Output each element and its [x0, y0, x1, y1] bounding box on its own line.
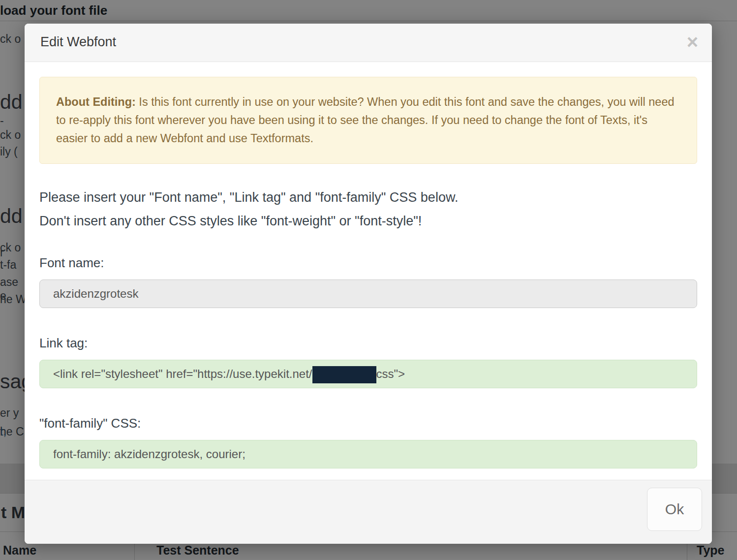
redaction-box — [312, 366, 376, 383]
modal-title: Edit Webfont — [40, 34, 116, 50]
instructions: Please insert your "Font name", "Link ta… — [39, 186, 697, 233]
link-tag-text-before: <link rel="stylesheet" href="https://use… — [53, 367, 312, 380]
link-tag-label: Link tag: — [39, 335, 697, 351]
modal-footer: Ok — [25, 480, 712, 544]
page: load your font file ck o dd ck o ily ( d… — [0, 0, 737, 560]
link-tag-text-after: css"> — [376, 367, 405, 380]
about-editing-alert: About Editing: Is this font currently in… — [39, 77, 697, 164]
font-name-input[interactable] — [39, 280, 697, 308]
font-name-label: Font name: — [39, 254, 697, 271]
ok-button[interactable]: Ok — [647, 488, 702, 531]
instruction-line-1: Please insert your "Font name", "Link ta… — [39, 186, 697, 209]
modal-body: About Editing: Is this font currently in… — [25, 77, 712, 468]
font-family-css-label: "font-family" CSS: — [39, 415, 697, 432]
edit-webfont-modal: Edit Webfont × About Editing: Is this fo… — [25, 24, 712, 544]
modal-header: Edit Webfont × — [25, 24, 712, 62]
instruction-line-2: Don't insert any other CSS styles like "… — [39, 209, 697, 233]
alert-text: Is this font currently in use on your we… — [56, 95, 675, 145]
font-family-css-input[interactable] — [39, 440, 697, 468]
link-tag-input[interactable]: <link rel="stylesheet" href="https://use… — [39, 360, 697, 388]
close-icon[interactable]: × — [687, 30, 698, 54]
alert-label: About Editing: — [56, 95, 136, 108]
